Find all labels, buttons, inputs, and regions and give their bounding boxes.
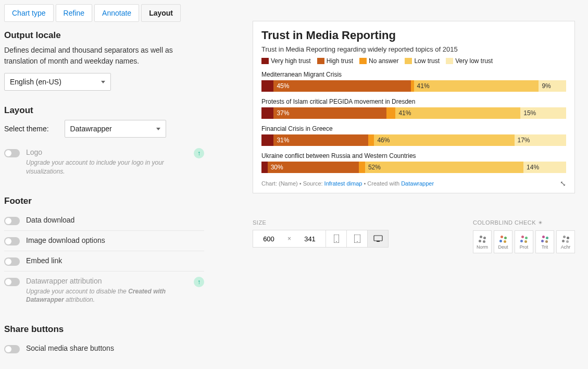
legend-item: Very high trust — [261, 57, 311, 65]
heading-layout: Layout — [4, 105, 204, 116]
bar-segment: 37% — [273, 107, 386, 119]
chart-row: Financial Crisis in Greece31%46%17% — [261, 125, 566, 146]
bar-segment — [359, 162, 365, 173]
svg-rect-4 — [374, 236, 382, 241]
size-control: SIZE × — [253, 219, 389, 253]
svg-rect-5 — [377, 241, 380, 242]
bar-segment: 30% — [268, 162, 359, 173]
bar-segment: 46% — [374, 134, 514, 146]
toggle-social[interactable] — [4, 345, 20, 353]
chart-row: Protests of Islam critical PEGIDA moveme… — [261, 98, 566, 119]
legend-item: No answer — [359, 57, 398, 65]
label-image-download: Image download options — [26, 236, 204, 244]
locale-value: English (en-US) — [10, 78, 61, 86]
bar-segment: 17% — [515, 134, 566, 146]
stacked-bar: 45%41%9% — [261, 80, 566, 92]
toggle-data-download[interactable] — [4, 217, 20, 225]
colorblind-trit-button[interactable]: Trit — [535, 230, 554, 253]
theme-value: Datawrapper — [70, 125, 112, 133]
bar-segment — [261, 162, 268, 173]
tabs: Chart type Refine Annotate Layout — [4, 4, 204, 22]
tab-chart-type[interactable]: Chart type — [4, 4, 54, 22]
heading-output-locale: Output locale — [4, 30, 204, 41]
label-social: Social media share buttons — [26, 344, 204, 352]
colorblind-achr-button[interactable]: Achr — [556, 230, 575, 253]
chart-preview: Trust in Media Reporting Trust in Media … — [253, 21, 575, 193]
expand-icon[interactable]: ⤡ — [560, 179, 566, 188]
desc-output-locale: Defines decimal and thousand separators … — [4, 45, 204, 67]
bar-segment: 41% — [414, 80, 539, 92]
legend-item: High trust — [317, 57, 353, 65]
chevron-down-icon — [156, 128, 160, 130]
colorblind-norm-button[interactable]: Norm — [473, 230, 492, 253]
bar-segment — [261, 134, 273, 146]
svg-point-3 — [357, 241, 358, 242]
tool-link[interactable]: Datawrapper — [401, 180, 434, 187]
section-output-locale: Output locale Defines decimal and thousa… — [4, 30, 204, 91]
chevron-down-icon — [101, 81, 105, 83]
upgrade-icon[interactable]: ↑ — [194, 148, 204, 158]
colorblind-control: COLORBLIND CHECK ✴ NormDeutProtTritAchr — [473, 219, 575, 253]
colorblind-prot-button[interactable]: Prot — [515, 230, 533, 253]
bar-segment: 52% — [365, 162, 523, 173]
chart-row: Mediterranean Migrant Crisis45%41%9% — [261, 71, 566, 92]
width-input[interactable] — [253, 230, 284, 247]
device-desktop-button[interactable] — [367, 230, 388, 247]
section-share: Share buttons Social media share buttons — [4, 324, 204, 359]
chart-row-label: Mediterranean Migrant Crisis — [261, 71, 566, 78]
colorblind-deut-button[interactable]: Deut — [494, 230, 512, 253]
source-link[interactable]: Infratest dimap — [324, 180, 362, 187]
device-tablet-button[interactable] — [346, 230, 367, 247]
chart-footer: Chart: (Name) • Source: Infratest dimap … — [261, 179, 566, 188]
tab-refine[interactable]: Refine — [56, 4, 92, 22]
colorblind-label: COLORBLIND CHECK ✴ — [473, 219, 575, 226]
bar-segment: 14% — [523, 162, 566, 173]
legend-item: Low trust — [405, 57, 440, 65]
section-footer: Footer Data download Image download opti… — [4, 196, 204, 310]
section-layout: Layout Select theme: Datawrapper Logo Up… — [4, 105, 204, 181]
toggle-attribution[interactable] — [4, 278, 20, 286]
label-attribution: Datawrapper attribution — [26, 277, 187, 285]
chart-title: Trust in Media Reporting — [261, 29, 566, 42]
bar-segment: 41% — [395, 107, 520, 119]
upgrade-icon[interactable]: ↑ — [194, 277, 204, 287]
heading-footer: Footer — [4, 196, 204, 206]
toggle-logo[interactable] — [4, 149, 20, 157]
bar-segment — [261, 80, 273, 92]
legend-item: Very low trust — [446, 57, 493, 65]
heading-share: Share buttons — [4, 324, 204, 335]
accessibility-icon: ✴ — [538, 219, 543, 226]
chart-row: Ukraine conflict between Russia and West… — [261, 152, 566, 173]
stacked-bar: 37%41%15% — [261, 107, 566, 119]
attribution-help: Upgrade your account to disable the Crea… — [26, 287, 187, 305]
logo-label: Logo — [26, 148, 187, 156]
tab-layout[interactable]: Layout — [141, 4, 181, 22]
times-icon: × — [284, 230, 294, 247]
bar-segment — [386, 107, 396, 119]
locale-select[interactable]: English (en-US) — [4, 73, 111, 91]
chart-subtitle: Trust in Media Reporting regarding widel… — [261, 45, 566, 53]
device-mobile-button[interactable] — [326, 230, 346, 247]
chart-legend: Very high trustHigh trustNo answerLow tr… — [261, 57, 566, 65]
chart-row-label: Protests of Islam critical PEGIDA moveme… — [261, 98, 566, 105]
toggle-embed-link[interactable] — [4, 257, 20, 266]
bar-segment: 9% — [539, 80, 566, 92]
height-input[interactable] — [294, 230, 326, 247]
toggle-image-download[interactable] — [4, 237, 20, 245]
bar-segment: 45% — [273, 80, 410, 92]
chart-row-label: Ukraine conflict between Russia and West… — [261, 152, 566, 159]
stacked-bar: 30%52%14% — [261, 162, 566, 173]
bar-segment — [261, 107, 273, 119]
theme-select[interactable]: Datawrapper — [65, 120, 166, 138]
bar-segment — [368, 134, 374, 146]
label-embed-link: Embed link — [26, 256, 204, 265]
label-data-download: Data download — [26, 216, 204, 224]
logo-help: Upgrade your account to include your log… — [26, 158, 187, 176]
bar-segment: 31% — [273, 134, 368, 146]
chart-row-label: Financial Crisis in Greece — [261, 125, 566, 132]
tab-annotate[interactable]: Annotate — [94, 4, 139, 22]
svg-point-1 — [336, 241, 337, 242]
stacked-bar: 31%46%17% — [261, 134, 566, 146]
bar-segment: 15% — [520, 107, 566, 119]
theme-label: Select theme: — [4, 125, 49, 133]
